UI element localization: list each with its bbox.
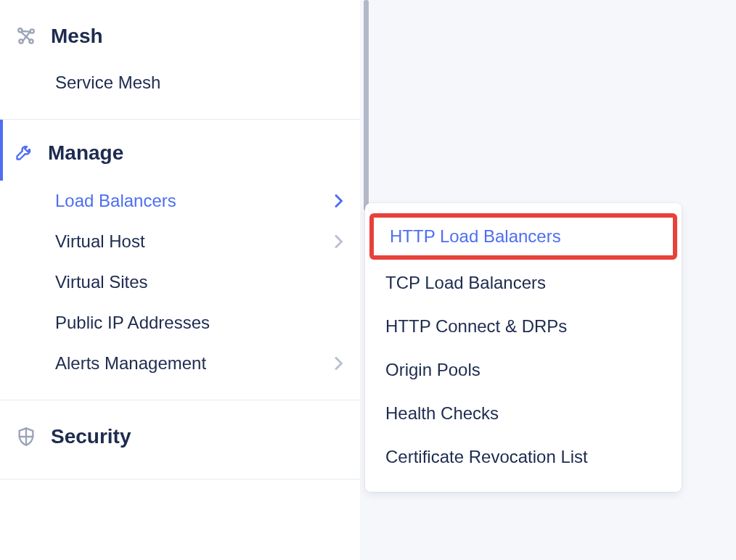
sidebar-label-security: Security [51, 425, 131, 448]
sidebar-item-label: Alerts Management [55, 353, 206, 374]
flyout-item-label: Health Checks [385, 403, 499, 423]
flyout-item-origin-pools[interactable]: Origin Pools [365, 348, 682, 392]
divider [0, 479, 360, 479]
flyout-item-label: Origin Pools [385, 360, 481, 379]
sidebar-item-alerts-management[interactable]: Alerts Management [0, 343, 360, 384]
scrollbar[interactable] [360, 0, 373, 210]
flyout-item-http-load-balancers[interactable]: HTTP Load Balancers [369, 213, 677, 260]
sidebar-header-mesh[interactable]: Mesh [0, 0, 360, 62]
sidebar-item-label: Load Balancers [55, 191, 176, 211]
mesh-icon [15, 25, 38, 48]
flyout-item-tcp-load-balancers[interactable]: TCP Load Balancers [365, 261, 682, 305]
sidebar-section-mesh: Mesh Service Mesh [0, 0, 360, 119]
wrench-icon [15, 141, 35, 165]
sidebar-item-label: Service Mesh [55, 73, 160, 93]
flyout-item-label: Certificate Revocation List [385, 447, 588, 466]
flyout-item-health-checks[interactable]: Health Checks [365, 392, 682, 435]
sidebar-item-virtual-sites[interactable]: Virtual Sites [0, 262, 360, 302]
svg-line-4 [22, 31, 30, 32]
flyout-item-label: HTTP Load Balancers [390, 226, 561, 246]
sidebar-label-manage: Manage [48, 141, 123, 165]
sidebar-label-mesh: Mesh [51, 25, 103, 48]
shield-icon [15, 425, 38, 448]
flyout-load-balancers: HTTP Load Balancers TCP Load Balancers H… [365, 203, 682, 492]
sidebar-item-public-ip-addresses[interactable]: Public IP Addresses [0, 302, 360, 343]
sidebar-item-label: Virtual Host [55, 231, 145, 252]
flyout-item-http-connect-drps[interactable]: HTTP Connect & DRPs [365, 305, 682, 348]
flyout-item-label: TCP Load Balancers [385, 273, 546, 292]
sidebar: Mesh Service Mesh Manage Load Balancers … [0, 0, 360, 560]
flyout-item-label: HTTP Connect & DRPs [385, 316, 567, 336]
flyout-item-certificate-revocation-list[interactable]: Certificate Revocation List [365, 435, 682, 479]
chevron-right-icon [334, 235, 343, 248]
chevron-right-icon [334, 194, 343, 207]
sidebar-header-manage[interactable]: Manage [0, 120, 360, 181]
sidebar-section-security: Security [0, 400, 360, 479]
sidebar-item-label: Public IP Addresses [55, 313, 210, 333]
sidebar-item-label: Virtual Sites [55, 272, 148, 292]
sidebar-item-service-mesh[interactable]: Service Mesh [0, 62, 360, 103]
sidebar-header-security[interactable]: Security [0, 400, 360, 463]
chevron-right-icon [334, 357, 343, 370]
sidebar-section-manage: Manage Load Balancers Virtual Host Virtu… [0, 120, 360, 400]
sidebar-item-virtual-host[interactable]: Virtual Host [0, 221, 360, 262]
scrollbar-thumb[interactable] [364, 0, 369, 210]
sidebar-item-load-balancers[interactable]: Load Balancers [0, 181, 360, 221]
